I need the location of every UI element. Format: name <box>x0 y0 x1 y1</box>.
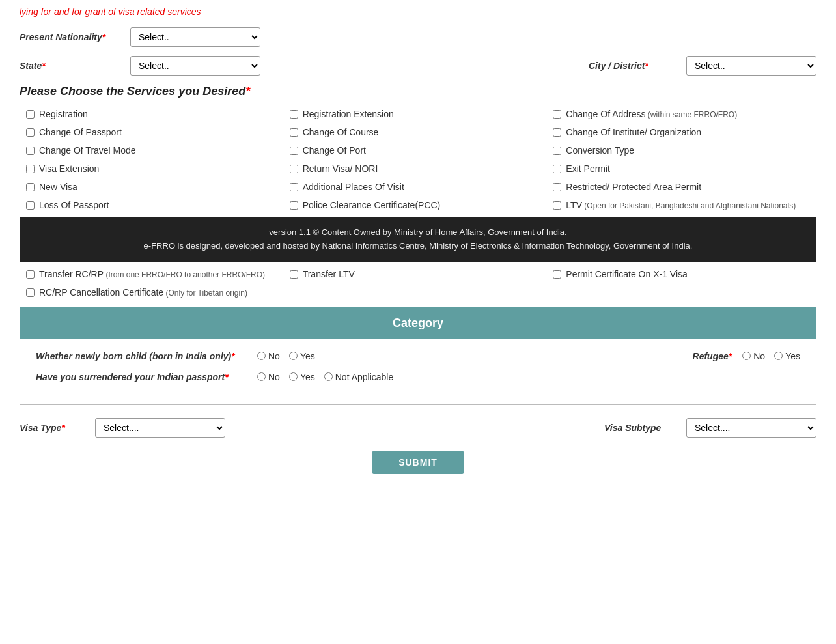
service-checkbox-permit-certificate[interactable] <box>553 270 561 279</box>
service-checkbox-additional-places[interactable] <box>290 183 298 191</box>
service-checkbox-change-passport[interactable] <box>26 128 35 137</box>
refugee-no-radio[interactable] <box>742 352 751 360</box>
newborn-yes-radio[interactable] <box>289 352 298 360</box>
service-checkbox-change-course[interactable] <box>290 128 298 137</box>
service-item-return-visa-nori: Return Visa/ NORI <box>290 163 547 174</box>
service-label-new-visa[interactable]: New Visa <box>39 182 77 192</box>
service-label-change-course[interactable]: Change Of Course <box>303 127 379 137</box>
refugee-yes-option[interactable]: Yes <box>774 351 800 361</box>
visa-subtype-label: Visa Subtype <box>604 423 676 433</box>
services-grid: RegistrationRegistration ExtensionChange… <box>20 109 816 210</box>
city-label: City / District* <box>589 61 680 71</box>
visa-type-select[interactable]: Select.... <box>95 418 225 438</box>
service-checkbox-ltv[interactable] <box>553 201 561 210</box>
service-item-additional-places: Additional Places Of Visit <box>290 182 547 192</box>
refugee-section: Refugee* No Yes <box>693 351 800 361</box>
service-checkbox-visa-extension[interactable] <box>26 165 35 173</box>
submit-button[interactable]: SUBMIT <box>372 451 464 474</box>
service-checkbox-return-visa-nori[interactable] <box>290 165 298 173</box>
service-label-conversion-type[interactable]: Conversion Type <box>566 145 634 156</box>
refugee-yes-radio[interactable] <box>774 352 783 360</box>
service-checkbox-registration[interactable] <box>26 110 35 119</box>
submit-row: SUBMIT <box>20 451 816 474</box>
service-label-change-port[interactable]: Change Of Port <box>303 145 366 156</box>
service-checkbox-conversion-type[interactable] <box>553 147 561 155</box>
surrendered-no-option[interactable]: No <box>257 372 280 382</box>
service-label-ltv[interactable]: LTV (Open for Pakistani, Bangladeshi and… <box>566 200 796 210</box>
service-item-change-passport: Change Of Passport <box>26 127 283 137</box>
surrendered-na-radio[interactable] <box>324 372 333 381</box>
service-label-change-address[interactable]: Change Of Address (within same FRRO/FRO) <box>566 109 737 119</box>
service-label-exit-permit[interactable]: Exit Permit <box>566 163 610 174</box>
state-label: State* <box>20 61 124 71</box>
service-checkbox-change-port[interactable] <box>290 147 298 155</box>
nationality-label: Present Nationality* <box>20 32 124 42</box>
newborn-yes-option[interactable]: Yes <box>289 351 315 361</box>
surrendered-no-radio[interactable] <box>257 372 266 381</box>
surrendered-na-option[interactable]: Not Applicable <box>324 372 394 382</box>
service-item-restricted-area: Restricted/ Protected Area Permit <box>553 182 810 192</box>
service-item-transfer-ltv: Transfer LTV <box>290 269 547 279</box>
newborn-no-radio[interactable] <box>257 352 266 360</box>
visa-type-row: Visa Type* Select.... Visa Subtype Selec… <box>20 418 816 438</box>
service-checkbox-change-address[interactable] <box>553 110 561 119</box>
second-services-grid: Transfer RC/RP (from one FRRO/FRO to ano… <box>20 269 816 298</box>
service-checkbox-registration-extension[interactable] <box>290 110 298 119</box>
service-item-change-port: Change Of Port <box>290 145 547 156</box>
surrendered-radio-group: No Yes Not Applicable <box>257 372 393 382</box>
footer-banner: version 1.1 © Content Owned by Ministry … <box>20 217 816 262</box>
service-checkbox-transfer-ltv[interactable] <box>290 270 298 279</box>
service-label-police-clearance[interactable]: Police Clearance Certificate(PCC) <box>303 200 441 210</box>
service-label-permit-certificate[interactable]: Permit Certificate On X-1 Visa <box>566 269 687 279</box>
service-label-visa-extension[interactable]: Visa Extension <box>39 163 99 174</box>
surrendered-row: Have you surrendered your Indian passpor… <box>36 372 800 382</box>
service-label-change-institute[interactable]: Change Of Institute/ Organization <box>566 127 701 137</box>
refugee-label: Refugee* <box>693 351 732 361</box>
service-label-loss-passport[interactable]: Loss Of Passport <box>39 200 109 210</box>
nationality-row: Present Nationality* Select.. <box>20 27 816 47</box>
service-item-loss-passport: Loss Of Passport <box>26 200 283 210</box>
service-item-police-clearance: Police Clearance Certificate(PCC) <box>290 200 547 210</box>
visa-subtype-select[interactable]: Select.... <box>686 418 816 438</box>
category-body: Whether newly born child (born in India … <box>20 339 816 404</box>
service-label-registration-extension[interactable]: Registration Extension <box>303 109 394 119</box>
service-checkbox-loss-passport[interactable] <box>26 201 35 210</box>
service-item-change-travel-mode: Change Of Travel Mode <box>26 145 283 156</box>
state-select[interactable]: Select.. <box>130 56 260 76</box>
service-item-conversion-type: Conversion Type <box>553 145 810 156</box>
service-checkbox-restricted-area[interactable] <box>553 183 561 191</box>
state-city-row: State* Select.. City / District* Select.… <box>20 56 816 76</box>
service-label-restricted-area[interactable]: Restricted/ Protected Area Permit <box>566 182 701 192</box>
city-select[interactable]: Select.. <box>686 56 816 76</box>
refugee-no-option[interactable]: No <box>742 351 765 361</box>
service-label-registration[interactable]: Registration <box>39 109 88 119</box>
service-checkbox-police-clearance[interactable] <box>290 201 298 210</box>
top-banner: lying for and for grant of visa related … <box>0 0 836 21</box>
service-checkbox-rc-cancellation[interactable] <box>26 288 35 297</box>
service-label-change-travel-mode[interactable]: Change Of Travel Mode <box>39 145 136 156</box>
service-checkbox-change-travel-mode[interactable] <box>26 147 35 155</box>
nationality-select[interactable]: Select.. <box>130 27 260 47</box>
service-label-transfer-rcr[interactable]: Transfer RC/RP (from one FRRO/FRO to ano… <box>39 269 265 279</box>
service-item-change-address: Change Of Address (within same FRRO/FRO) <box>553 109 810 119</box>
service-label-change-passport[interactable]: Change Of Passport <box>39 127 122 137</box>
service-checkbox-new-visa[interactable] <box>26 183 35 191</box>
service-item-visa-extension: Visa Extension <box>26 163 283 174</box>
refugee-radio-group: No Yes <box>742 351 800 361</box>
service-label-return-visa-nori[interactable]: Return Visa/ NORI <box>303 163 378 174</box>
service-item-transfer-rcr: Transfer RC/RP (from one FRRO/FRO to ano… <box>26 269 283 279</box>
visa-type-label: Visa Type* <box>20 423 85 433</box>
service-label-rc-cancellation[interactable]: RC/RP Cancellation Certificate (Only for… <box>39 287 247 298</box>
service-label-transfer-ltv[interactable]: Transfer LTV <box>303 269 355 279</box>
surrendered-yes-radio[interactable] <box>289 372 298 381</box>
service-checkbox-change-institute[interactable] <box>553 128 561 137</box>
service-checkbox-transfer-rcr[interactable] <box>26 270 35 279</box>
category-section: Category Whether newly born child (born … <box>20 307 816 405</box>
service-label-additional-places[interactable]: Additional Places Of Visit <box>303 182 404 192</box>
service-checkbox-exit-permit[interactable] <box>553 165 561 173</box>
surrendered-label: Have you surrendered your Indian passpor… <box>36 372 244 382</box>
surrendered-yes-option[interactable]: Yes <box>289 372 315 382</box>
service-item-registration: Registration <box>26 109 283 119</box>
newborn-refugee-row: Whether newly born child (born in India … <box>36 351 800 361</box>
newborn-no-option[interactable]: No <box>257 351 280 361</box>
